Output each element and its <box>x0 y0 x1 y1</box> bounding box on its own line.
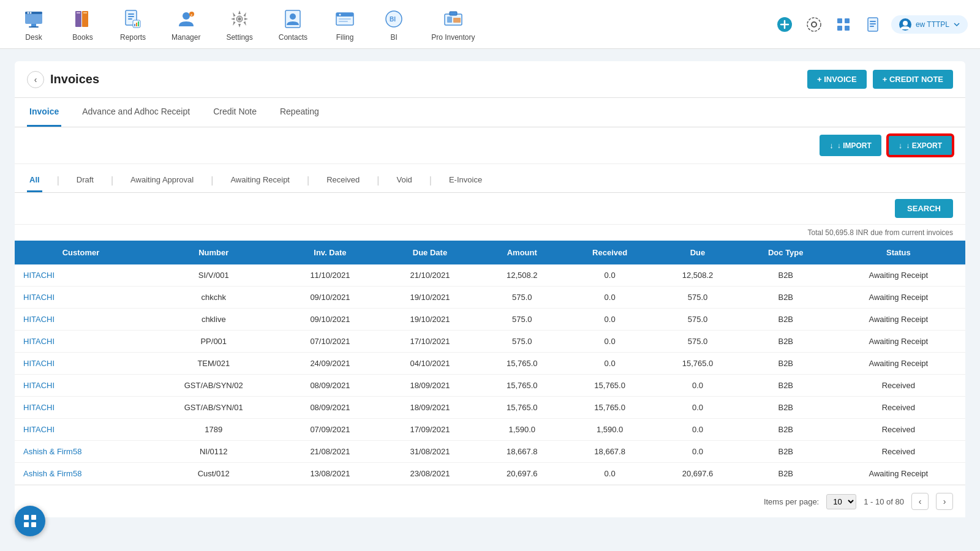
desk-icon <box>22 7 45 31</box>
received-cell: 15,765.0 <box>564 397 655 419</box>
customer-cell[interactable]: HITACHI <box>15 264 147 287</box>
filter-awaiting-approval[interactable]: Awaiting Approval <box>128 169 196 192</box>
status-cell: Awaiting Receipt <box>832 309 965 331</box>
filter-all[interactable]: All <box>27 169 42 192</box>
next-page-button[interactable]: › <box>936 493 953 510</box>
toolbar: ↓ ↓ IMPORT ↓ ↓ EXPORT <box>15 127 965 164</box>
nav-books[interactable]: Books <box>61 2 104 47</box>
status-cell: Awaiting Receipt <box>832 287 965 309</box>
nav-filing[interactable]: Filing <box>323 2 366 47</box>
received-cell: 0.0 <box>564 309 655 331</box>
due-date-cell: 21/10/2021 <box>380 264 480 287</box>
nav-bi[interactable]: BI BI <box>372 2 415 47</box>
doc-type-cell: B2B <box>740 375 832 397</box>
inv-date-cell: 21/08/2021 <box>280 441 380 463</box>
table-row: HITACHI PP/001 07/10/2021 17/10/2021 575… <box>15 331 965 353</box>
reports-label: Reports <box>120 33 146 42</box>
table-row: HITACHI SI/V/001 11/10/2021 21/10/2021 1… <box>15 264 965 287</box>
customer-cell[interactable]: HITACHI <box>15 331 147 353</box>
doc-type-cell: B2B <box>740 309 832 331</box>
filter-draft[interactable]: Draft <box>74 169 96 192</box>
export-button[interactable]: ↓ ↓ EXPORT <box>888 135 953 156</box>
import-button[interactable]: ↓ ↓ IMPORT <box>820 135 881 156</box>
table-row: HITACHI TEM/021 24/09/2021 04/10/2021 15… <box>15 353 965 375</box>
svg-rect-44 <box>845 18 850 23</box>
svg-rect-46 <box>845 26 850 31</box>
due-cell: 575.0 <box>655 309 740 331</box>
number-cell: chklive <box>147 309 280 331</box>
received-cell: 15,765.0 <box>564 375 655 397</box>
customer-cell[interactable]: HITACHI <box>15 287 147 309</box>
add-button[interactable] <box>774 13 796 36</box>
user-badge[interactable]: ew TTTPL <box>891 15 968 34</box>
received-cell: 18,667.8 <box>564 441 655 463</box>
customer-cell[interactable]: Ashish & Firm58 <box>15 463 147 485</box>
number-cell: Cust/012 <box>147 463 280 485</box>
due-cell: 12,508.2 <box>655 264 740 287</box>
pagination-bar: Items per page: 10 25 50 1 - 10 of 80 ‹ … <box>15 485 965 517</box>
customer-cell[interactable]: HITACHI <box>15 309 147 331</box>
filter-received[interactable]: Received <box>324 169 362 192</box>
svg-point-19 <box>183 12 190 20</box>
nav-manager[interactable]: + Manager <box>162 2 210 47</box>
gear-icon[interactable] <box>803 13 825 36</box>
filter-void[interactable]: Void <box>394 169 414 192</box>
number-cell: chkchk <box>147 287 280 309</box>
filter-divider-3: | <box>211 175 213 186</box>
svg-rect-48 <box>870 21 876 22</box>
table-row: Ashish & Firm58 NI/0112 21/08/2021 31/08… <box>15 441 965 463</box>
amount-cell: 575.0 <box>480 309 564 331</box>
filter-einvoice[interactable]: E-Invoice <box>447 169 484 192</box>
due-cell: 0.0 <box>655 375 740 397</box>
filter-divider-1: | <box>57 175 59 186</box>
tab-credit-note[interactable]: Credit Note <box>211 98 259 127</box>
search-button[interactable]: SEARCH <box>895 199 953 218</box>
status-cell: Received <box>832 397 965 419</box>
top-nav: Desk Books <box>0 0 980 49</box>
col-doc-type: Doc Type <box>740 241 832 264</box>
col-status: Status <box>832 241 965 264</box>
svg-point-26 <box>290 13 296 20</box>
amount-cell: 575.0 <box>480 287 564 309</box>
nav-settings[interactable]: Settings <box>216 2 262 47</box>
doc-type-cell: B2B <box>740 331 832 353</box>
invoice-button[interactable]: + INVOICE <box>807 70 867 89</box>
manager-label: Manager <box>172 33 200 42</box>
status-cell: Received <box>832 419 965 441</box>
customer-cell[interactable]: Ashish & Firm58 <box>15 441 147 463</box>
nav-reports[interactable]: Reports <box>110 2 156 47</box>
due-cell: 575.0 <box>655 331 740 353</box>
svg-point-52 <box>903 21 908 26</box>
svg-rect-9 <box>83 12 87 13</box>
tab-invoice[interactable]: Invoice <box>27 98 61 127</box>
tab-advance[interactable]: Advance and Adhoc Receipt <box>80 98 192 127</box>
svg-rect-53 <box>24 515 29 520</box>
svg-rect-13 <box>128 16 134 17</box>
customer-cell[interactable]: HITACHI <box>15 353 147 375</box>
pro-inventory-icon <box>442 7 465 31</box>
doc-type-cell: B2B <box>740 353 832 375</box>
customer-cell[interactable]: HITACHI <box>15 419 147 441</box>
nav-pro-inventory[interactable]: Pro Inventory <box>421 2 484 47</box>
credit-note-button[interactable]: + CREDIT NOTE <box>873 70 953 89</box>
svg-point-5 <box>30 12 32 13</box>
due-cell: 0.0 <box>655 441 740 463</box>
customer-cell[interactable]: HITACHI <box>15 375 147 397</box>
filter-awaiting-receipt[interactable]: Awaiting Receipt <box>228 169 292 192</box>
inv-date-cell: 13/08/2021 <box>280 463 380 485</box>
grid-icon[interactable] <box>832 13 854 36</box>
table-header-row: Customer Number Inv. Date Due Date Amoun… <box>15 241 965 264</box>
svg-rect-7 <box>77 12 80 13</box>
nav-contacts[interactable]: Contacts <box>269 2 317 47</box>
number-cell: NI/0112 <box>147 441 280 463</box>
prev-page-button[interactable]: ‹ <box>911 493 929 510</box>
per-page-select[interactable]: 10 25 50 <box>826 494 856 509</box>
back-button[interactable]: ‹ <box>27 71 44 88</box>
due-cell: 0.0 <box>655 397 740 419</box>
nav-desk[interactable]: Desk <box>12 2 55 47</box>
customer-cell[interactable]: HITACHI <box>15 397 147 419</box>
doc-icon[interactable] <box>862 13 884 36</box>
tab-repeating[interactable]: Repeating <box>277 98 322 127</box>
inv-date-cell: 09/10/2021 <box>280 287 380 309</box>
inv-date-cell: 11/10/2021 <box>280 264 380 287</box>
